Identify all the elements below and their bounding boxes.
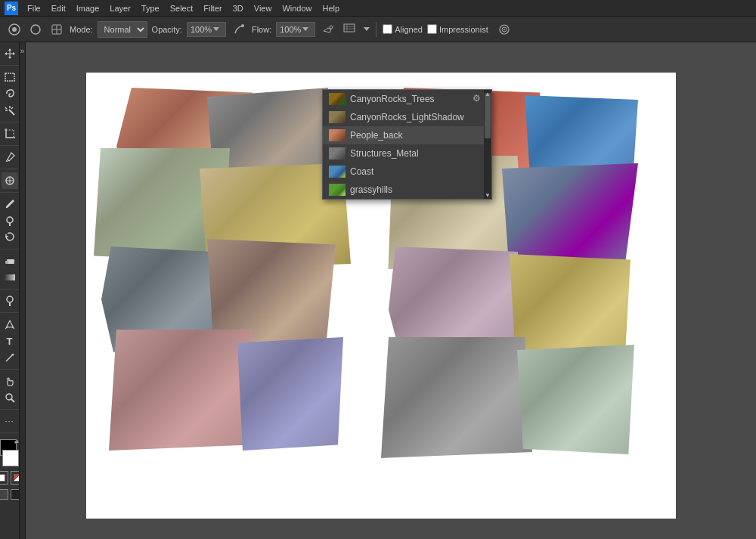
- brush-mode-icon[interactable]: [48, 21, 65, 38]
- screen-mode-full-btn[interactable]: [11, 489, 20, 500]
- svg-point-4: [241, 24, 244, 27]
- svg-rect-24: [5, 274, 15, 280]
- dropdown-item-coast[interactable]: Coast: [323, 163, 491, 181]
- impressionist-checkbox-group[interactable]: Impressionist: [427, 24, 488, 34]
- rectangular-marquee-btn[interactable]: [2, 69, 18, 85]
- eyedropper-btn[interactable]: [2, 149, 18, 166]
- healing-brush-btn[interactable]: [2, 172, 18, 189]
- menu-image[interactable]: Image: [72, 2, 104, 14]
- tool-group-erase: [0, 252, 19, 290]
- svg-point-27: [6, 394, 12, 400]
- dropdown-thumb-canyon-light: [329, 111, 345, 123]
- tool-group-select: [0, 69, 19, 122]
- gradient-btn[interactable]: [2, 269, 18, 286]
- clone-stamp-btn[interactable]: [2, 212, 18, 229]
- brush-angle-icon[interactable]: [231, 21, 247, 38]
- collage-left: [94, 88, 351, 458]
- menu-file[interactable]: File: [23, 2, 45, 14]
- expand-panel-btn[interactable]: »: [20, 47, 25, 55]
- aligned-label: Aligned: [395, 25, 423, 34]
- opacity-label: Opacity:: [152, 25, 182, 34]
- dropdown-label-canyon-light: CanyonRocks_LightShadow: [350, 112, 464, 122]
- menu-view[interactable]: View: [249, 2, 277, 14]
- dropdown-item-canyon-light[interactable]: CanyonRocks_LightShadow: [323, 108, 491, 126]
- tool-group-retouch: [0, 172, 19, 193]
- menu-filter[interactable]: Filter: [199, 2, 226, 14]
- tool-group-navigate: [0, 373, 19, 410]
- canvas-area[interactable]: CanyonRocks_Trees CanyonRocks_LightShado…: [26, 42, 756, 539]
- brush-btn[interactable]: [2, 196, 18, 212]
- more-tools-btn[interactable]: ···: [2, 413, 18, 429]
- dropdown-scrollbar[interactable]: ▲ ▼: [484, 90, 491, 199]
- svg-point-2: [31, 25, 40, 34]
- texture-source-dropdown[interactable]: CanyonRocks_Trees CanyonRocks_LightShado…: [322, 89, 492, 200]
- dropdown-thumb-people-back: [329, 129, 345, 141]
- crop-btn[interactable]: [2, 125, 18, 142]
- tool-group-vector: T: [0, 316, 19, 370]
- svg-rect-6: [344, 24, 355, 32]
- swap-colors-icon[interactable]: ⇄: [14, 439, 19, 445]
- menu-window[interactable]: Window: [277, 2, 316, 14]
- standard-mode-btn[interactable]: [0, 471, 8, 485]
- texture-dropdown-arrow[interactable]: [364, 27, 370, 31]
- dropdown-gear-icon[interactable]: ⚙: [472, 93, 481, 104]
- aligned-checkbox[interactable]: [383, 24, 392, 34]
- menu-layer[interactable]: Layer: [105, 2, 135, 14]
- dodge-btn[interactable]: [2, 293, 18, 309]
- menu-3d[interactable]: 3D: [228, 2, 248, 14]
- impressionist-checkbox[interactable]: [427, 24, 437, 34]
- eraser-btn[interactable]: [2, 252, 18, 269]
- svg-rect-23: [5, 261, 8, 264]
- pen-btn[interactable]: [2, 316, 18, 333]
- scrollbar-thumb[interactable]: [485, 93, 491, 138]
- hand-btn[interactable]: [2, 373, 18, 389]
- aligned-checkbox-group[interactable]: Aligned: [383, 24, 423, 34]
- dropdown-thumb-structures: [329, 147, 345, 160]
- tool-preset-icon[interactable]: [6, 21, 23, 38]
- dropdown-label-canyon-trees: CanyonRocks_Trees: [350, 94, 435, 104]
- menu-bar: Ps File Edit Image Layer Type Select Fil…: [0, 0, 756, 17]
- dropdown-item-structures[interactable]: Structures_Metal: [323, 144, 491, 163]
- path-selection-btn[interactable]: [2, 349, 18, 366]
- svg-point-1: [12, 27, 17, 32]
- texture-source-icon[interactable]: [341, 21, 358, 38]
- text-btn[interactable]: T: [2, 333, 18, 349]
- svg-point-5: [330, 26, 333, 29]
- screen-mode-normal-btn[interactable]: [0, 489, 8, 500]
- svg-line-15: [11, 107, 13, 109]
- history-brush-btn[interactable]: [2, 229, 18, 246]
- tool-group-transform: [0, 45, 19, 66]
- dropdown-item-canyon-trees[interactable]: CanyonRocks_Trees: [323, 90, 491, 108]
- scrollbar-down-arrow[interactable]: ▼: [484, 191, 491, 199]
- airbrush-icon[interactable]: [320, 21, 336, 38]
- svg-point-21: [7, 217, 13, 223]
- menu-select[interactable]: Select: [166, 2, 198, 14]
- opacity-value[interactable]: 100%: [187, 22, 226, 37]
- lasso-tool-btn[interactable]: [2, 85, 18, 102]
- menu-edit[interactable]: Edit: [47, 2, 70, 14]
- background-color[interactable]: [2, 450, 19, 466]
- magic-wand-btn[interactable]: [2, 102, 18, 119]
- dropdown-item-grassyhills[interactable]: grassyhills: [323, 181, 491, 199]
- menu-type[interactable]: Type: [137, 2, 164, 14]
- dropdown-thumb-coast: [329, 166, 345, 178]
- mode-select[interactable]: Normal: [98, 21, 147, 38]
- mode-label: Mode:: [70, 25, 93, 34]
- quick-mask-btn[interactable]: [11, 471, 20, 485]
- flow-value[interactable]: 100%: [276, 22, 315, 37]
- menu-help[interactable]: Help: [318, 2, 345, 14]
- ps-logo: Ps: [5, 2, 18, 15]
- dropdown-label-grassyhills: grassyhills: [350, 184, 392, 195]
- target-icon[interactable]: [496, 21, 513, 38]
- separator-1: [376, 22, 376, 37]
- sub-panel: »: [20, 42, 26, 539]
- main-area: T ··· ⇄: [0, 42, 756, 539]
- flow-label: Flow:: [252, 25, 271, 34]
- tool-group-paint: [0, 196, 19, 249]
- dropdown-item-people-back[interactable]: People_back: [323, 126, 491, 144]
- tool-group-tonal: [0, 293, 19, 313]
- move-tool-btn[interactable]: [2, 45, 18, 62]
- brush-size-icon[interactable]: [27, 21, 44, 38]
- scrollbar-up-arrow[interactable]: ▲: [484, 90, 491, 98]
- zoom-btn[interactable]: [2, 389, 18, 406]
